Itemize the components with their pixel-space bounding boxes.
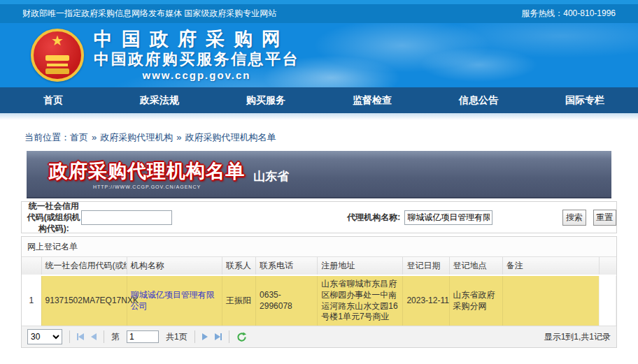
col-phone: 联系电话	[256, 257, 318, 275]
site-subtitle: 中国政府购买服务信息平台	[94, 50, 299, 68]
main-content: 统一社会信用代码(或组织机构代码): 代理机构名称: 搜索 重置 网上登记名单 …	[21, 201, 617, 348]
breadcrumb-home[interactable]: 首页	[70, 132, 88, 143]
cell-contact: 王振阳	[222, 275, 255, 326]
agency-name-input[interactable]	[404, 210, 492, 225]
page-size-select[interactable]: 30	[27, 329, 62, 344]
col-credit-code: 统一社会信用代码(或组织	[41, 257, 127, 275]
cell-phone: 0635-2996078	[256, 275, 318, 326]
banner-url: HTTP://WWW.CCGP.GOV.CN/AGENCY	[93, 184, 201, 189]
col-agency-name: 机构名称	[127, 257, 222, 275]
site-tagline: 财政部唯一指定政府采购信息网络发布媒体 国家级政府采购专业网站	[22, 8, 276, 20]
cell-remark	[502, 275, 599, 326]
agency-name-label: 代理机构名称:	[347, 212, 400, 224]
next-page-icon[interactable]	[202, 333, 208, 340]
banner-region: 山东省	[253, 168, 289, 184]
breadcrumb-agency-list[interactable]: 政府采购代理机构名单	[185, 132, 276, 143]
breadcrumb-agency[interactable]: 政府采购代理机构	[100, 132, 173, 143]
credit-code-label: 统一社会信用代码(或组织机构代码):	[26, 201, 81, 235]
col-address: 注册地址	[318, 257, 403, 275]
first-page-icon[interactable]	[77, 333, 84, 340]
service-hotline: 服务热线：400-810-1996	[521, 8, 616, 20]
agency-table: 统一社会信用代码(或组织 机构名称 联系人 联系电话 注册地址 登记日期 登记地…	[22, 257, 616, 326]
refresh-icon[interactable]	[236, 332, 247, 342]
section-title: 网上登记名单	[22, 237, 616, 257]
main-nav: 首页 政采法规 购买服务 监督检查 信息公告 国际专栏	[0, 87, 638, 113]
nav-regulations[interactable]: 政采法规	[106, 87, 213, 113]
site-logo[interactable]: ★ 中国政府采购网 中国政府购买服务信息平台 www.ccgp.gov.cn	[31, 29, 299, 82]
col-remark: 备注	[502, 257, 599, 275]
banner-title: 政府采购代理机构名单	[49, 159, 245, 184]
search-panel: 统一社会信用代码(或组织机构代码): 代理机构名称: 搜索 重置	[21, 201, 617, 233]
cell-credit-code: 91371502MA7EQ17NXK	[41, 275, 127, 326]
site-url: www.ccgp.gov.cn	[94, 68, 299, 82]
breadcrumb: 当前位置：首页»政府采购代理机构»政府采购代理机构名单	[24, 131, 638, 144]
nav-home[interactable]: 首页	[0, 87, 106, 113]
table-header-row: 统一社会信用代码(或组织 机构名称 联系人 联系电话 注册地址 登记日期 登记地…	[22, 257, 616, 275]
col-contact: 联系人	[222, 257, 255, 275]
cell-reg-date: 2023-12-11	[403, 275, 449, 326]
nav-supervision[interactable]: 监督检查	[319, 87, 425, 113]
breadcrumb-separator: »	[92, 132, 97, 143]
breadcrumb-separator: »	[176, 132, 181, 143]
col-reg-date: 登记日期	[403, 257, 449, 275]
cell-filler	[599, 275, 616, 326]
table-row: 1 91371502MA7EQ17NXK 聊城诚亿项目管理有限公司 王振阳 06…	[22, 275, 616, 326]
prev-page-icon[interactable]	[91, 333, 97, 340]
cell-num: 1	[22, 275, 41, 326]
cell-address: 山东省聊城市东昌府区柳园办事处一中南运河路东山水文园16号楼1单元7号商业	[318, 275, 403, 326]
national-emblem-icon: ★	[31, 29, 84, 82]
page-prefix: 第	[111, 331, 120, 343]
nav-announcements[interactable]: 信息公告	[425, 87, 532, 113]
breadcrumb-prefix: 当前位置：	[24, 132, 70, 143]
col-filler	[599, 257, 616, 275]
pagination-bar: 30 第 共1页	[22, 326, 616, 347]
last-page-icon[interactable]	[215, 333, 222, 340]
page-number-input[interactable]	[127, 330, 159, 343]
page-total: 共1页	[166, 331, 187, 343]
nav-purchase-services[interactable]: 购买服务	[213, 87, 319, 113]
reset-button[interactable]: 重置	[593, 210, 616, 226]
cell-agency-name: 聊城诚亿项目管理有限公司	[127, 275, 222, 326]
agency-name-link[interactable]: 聊城诚亿项目管理有限公司	[131, 290, 215, 311]
results-panel: 网上登记名单 统一社会信用代码(或组织 机构名称 联系人 联系电话 注册地址 登…	[21, 236, 617, 348]
search-button[interactable]: 搜索	[562, 210, 586, 226]
credit-code-input[interactable]	[81, 210, 172, 225]
col-num	[22, 257, 41, 275]
nav-bottom-gradient	[0, 113, 638, 120]
site-header: ★ 中国政府采购网 中国政府购买服务信息平台 www.ccgp.gov.cn	[0, 23, 638, 87]
col-reg-place: 登记地点	[449, 257, 502, 275]
cell-reg-place: 山东省政府采购分网	[449, 275, 502, 326]
top-bar: 财政部唯一指定政府采购信息网络发布媒体 国家级政府采购专业网站 服务热线：400…	[0, 4, 638, 23]
agency-list-banner: 政府采购代理机构名单 HTTP://WWW.CCGP.GOV.CN/AGENCY…	[27, 151, 611, 198]
nav-international[interactable]: 国际专栏	[532, 87, 638, 113]
site-title: 中国政府采购网	[94, 29, 299, 50]
record-summary: 显示1到1,共1记录	[544, 331, 611, 343]
